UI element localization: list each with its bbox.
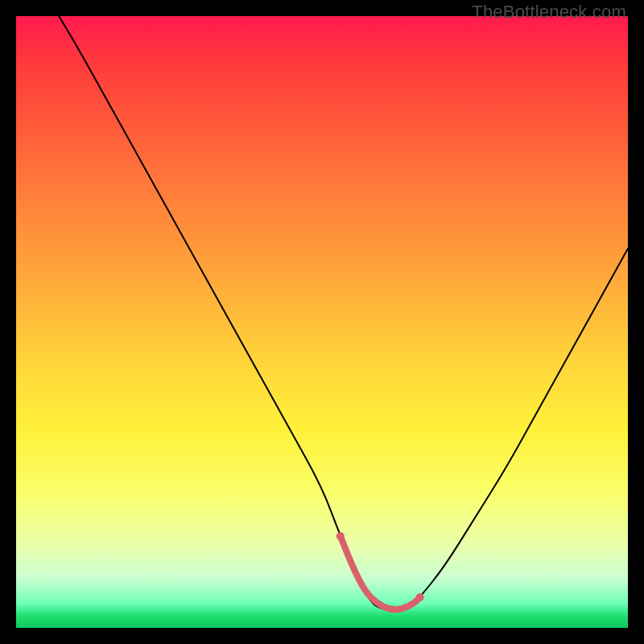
highlight-end-dot: [416, 593, 424, 601]
highlight-start-dot: [336, 532, 345, 540]
bottleneck-curve: [59, 16, 628, 609]
chart-frame: TheBottleneck.com: [0, 0, 644, 644]
curve-layer: [16, 16, 628, 628]
watermark-link[interactable]: TheBottleneck.com: [472, 2, 626, 23]
highlight-band: [341, 536, 420, 609]
plot-area: [16, 16, 628, 628]
